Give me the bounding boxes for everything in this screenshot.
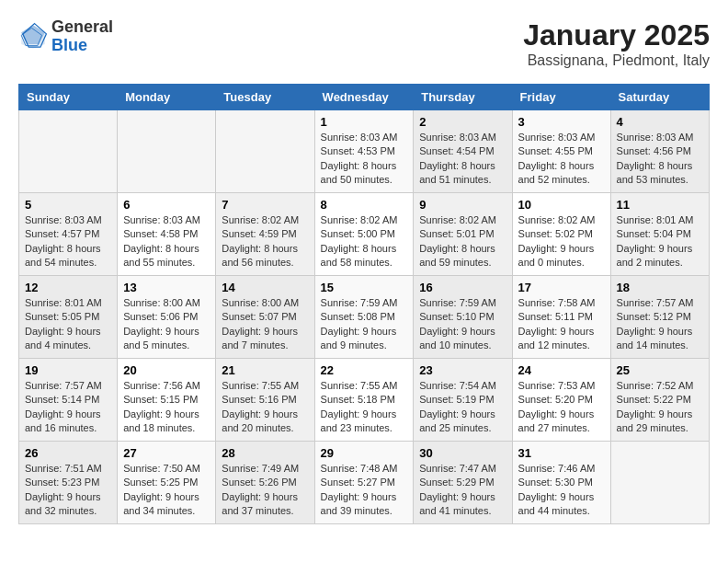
title-block: January 2025 Bassignana, Piedmont, Italy [523,18,710,69]
day-info: Sunrise: 7:55 AM Sunset: 5:18 PM Dayligh… [321,379,408,436]
day-info: Sunrise: 8:03 AM Sunset: 4:54 PM Dayligh… [419,131,506,188]
day-number: 27 [123,446,210,460]
calendar-cell: 29Sunrise: 7:48 AM Sunset: 5:27 PM Dayli… [314,442,414,524]
day-number: 16 [419,281,506,294]
calendar-cell [118,110,216,193]
day-number: 17 [518,281,605,294]
day-info: Sunrise: 8:03 AM Sunset: 4:57 PM Dayligh… [25,213,111,270]
day-number: 22 [321,363,408,377]
day-info: Sunrise: 8:00 AM Sunset: 5:07 PM Dayligh… [222,296,308,353]
day-number: 29 [321,446,408,460]
month-year: January 2025 [523,18,710,52]
day-info: Sunrise: 7:55 AM Sunset: 5:16 PM Dayligh… [222,379,308,436]
day-header-wednesday: Wednesday [314,85,414,110]
calendar-cell: 5Sunrise: 8:03 AM Sunset: 4:57 PM Daylig… [19,193,118,276]
day-header-sunday: Sunday [19,85,118,110]
day-number: 10 [518,198,605,212]
calendar: SundayMondayTuesdayWednesdayThursdayFrid… [18,84,710,524]
day-number: 28 [222,446,308,460]
calendar-cell: 30Sunrise: 7:47 AM Sunset: 5:29 PM Dayli… [414,442,512,524]
day-info: Sunrise: 7:56 AM Sunset: 5:15 PM Dayligh… [123,379,210,436]
calendar-cell: 12Sunrise: 8:01 AM Sunset: 5:05 PM Dayli… [19,276,118,359]
header-row: SundayMondayTuesdayWednesdayThursdayFrid… [19,85,710,110]
day-number: 24 [518,363,605,377]
day-info: Sunrise: 7:49 AM Sunset: 5:26 PM Dayligh… [222,462,308,519]
day-number: 25 [617,363,703,377]
calendar-cell [216,110,314,193]
week-row: 12Sunrise: 8:01 AM Sunset: 5:05 PM Dayli… [19,276,710,359]
day-info: Sunrise: 7:46 AM Sunset: 5:30 PM Dayligh… [518,462,605,519]
day-info: Sunrise: 7:57 AM Sunset: 5:12 PM Dayligh… [617,296,703,353]
week-row: 1Sunrise: 8:03 AM Sunset: 4:53 PM Daylig… [19,110,710,193]
day-info: Sunrise: 8:02 AM Sunset: 5:01 PM Dayligh… [419,213,506,270]
day-number: 20 [123,363,210,377]
calendar-cell: 15Sunrise: 7:59 AM Sunset: 5:08 PM Dayli… [314,276,414,359]
calendar-cell: 11Sunrise: 8:01 AM Sunset: 5:04 PM Dayli… [610,193,709,276]
day-number: 14 [222,281,308,294]
day-info: Sunrise: 7:59 AM Sunset: 5:10 PM Dayligh… [419,296,506,353]
calendar-cell [19,110,118,193]
day-number: 31 [518,446,605,460]
calendar-cell: 17Sunrise: 7:58 AM Sunset: 5:11 PM Dayli… [512,276,610,359]
day-info: Sunrise: 8:03 AM Sunset: 4:58 PM Dayligh… [123,213,210,270]
day-info: Sunrise: 7:52 AM Sunset: 5:22 PM Dayligh… [617,379,703,436]
day-number: 18 [617,281,703,294]
day-number: 26 [25,446,111,460]
day-info: Sunrise: 7:59 AM Sunset: 5:08 PM Dayligh… [321,296,408,353]
calendar-cell: 25Sunrise: 7:52 AM Sunset: 5:22 PM Dayli… [610,359,709,442]
calendar-cell: 31Sunrise: 7:46 AM Sunset: 5:30 PM Dayli… [512,442,610,524]
day-header-thursday: Thursday [414,85,512,110]
day-info: Sunrise: 7:58 AM Sunset: 5:11 PM Dayligh… [518,296,605,353]
calendar-cell: 28Sunrise: 7:49 AM Sunset: 5:26 PM Dayli… [216,442,314,524]
logo-blue: Blue [51,36,87,54]
calendar-cell: 9Sunrise: 8:02 AM Sunset: 5:01 PM Daylig… [414,193,512,276]
day-header-monday: Monday [118,85,216,110]
day-number: 13 [123,281,210,294]
calendar-cell: 13Sunrise: 8:00 AM Sunset: 5:06 PM Dayli… [118,276,216,359]
calendar-cell: 18Sunrise: 7:57 AM Sunset: 5:12 PM Dayli… [610,276,709,359]
calendar-cell: 6Sunrise: 8:03 AM Sunset: 4:58 PM Daylig… [118,193,216,276]
day-number: 23 [419,363,506,377]
day-info: Sunrise: 8:03 AM Sunset: 4:56 PM Dayligh… [617,131,703,188]
day-info: Sunrise: 7:53 AM Sunset: 5:20 PM Dayligh… [518,379,605,436]
day-info: Sunrise: 8:03 AM Sunset: 4:55 PM Dayligh… [518,131,605,188]
calendar-cell: 19Sunrise: 7:57 AM Sunset: 5:14 PM Dayli… [19,359,118,442]
calendar-cell: 7Sunrise: 8:02 AM Sunset: 4:59 PM Daylig… [216,193,314,276]
calendar-body: 1Sunrise: 8:03 AM Sunset: 4:53 PM Daylig… [19,110,710,524]
logo-general: General [51,17,113,36]
calendar-cell: 8Sunrise: 8:02 AM Sunset: 5:00 PM Daylig… [314,193,414,276]
day-number: 7 [222,198,308,212]
calendar-cell: 16Sunrise: 7:59 AM Sunset: 5:10 PM Dayli… [414,276,512,359]
day-info: Sunrise: 8:01 AM Sunset: 5:04 PM Dayligh… [617,213,703,270]
day-number: 15 [321,281,408,294]
logo: General Blue [18,18,113,55]
week-row: 26Sunrise: 7:51 AM Sunset: 5:23 PM Dayli… [19,442,710,524]
calendar-cell [610,442,709,524]
location: Bassignana, Piedmont, Italy [523,52,710,69]
day-number: 12 [25,281,111,294]
calendar-cell: 26Sunrise: 7:51 AM Sunset: 5:23 PM Dayli… [19,442,118,524]
day-info: Sunrise: 8:01 AM Sunset: 5:05 PM Dayligh… [25,296,111,353]
calendar-header: SundayMondayTuesdayWednesdayThursdayFrid… [19,85,710,110]
day-header-friday: Friday [512,85,610,110]
day-number: 2 [419,115,506,129]
day-info: Sunrise: 7:48 AM Sunset: 5:27 PM Dayligh… [321,462,408,519]
logo-text: General Blue [51,18,113,55]
calendar-cell: 3Sunrise: 8:03 AM Sunset: 4:55 PM Daylig… [512,110,610,193]
day-number: 8 [321,198,408,212]
logo-icon [18,22,48,52]
day-number: 6 [123,198,210,212]
day-info: Sunrise: 7:54 AM Sunset: 5:19 PM Dayligh… [419,379,506,436]
calendar-cell: 14Sunrise: 8:00 AM Sunset: 5:07 PM Dayli… [216,276,314,359]
day-number: 5 [25,198,111,212]
day-info: Sunrise: 8:00 AM Sunset: 5:06 PM Dayligh… [123,296,210,353]
day-info: Sunrise: 8:02 AM Sunset: 5:00 PM Dayligh… [321,213,408,270]
day-number: 30 [419,446,506,460]
day-info: Sunrise: 8:02 AM Sunset: 4:59 PM Dayligh… [222,213,308,270]
calendar-cell: 21Sunrise: 7:55 AM Sunset: 5:16 PM Dayli… [216,359,314,442]
day-number: 21 [222,363,308,377]
calendar-cell: 1Sunrise: 8:03 AM Sunset: 4:53 PM Daylig… [314,110,414,193]
day-header-saturday: Saturday [610,85,709,110]
calendar-cell: 4Sunrise: 8:03 AM Sunset: 4:56 PM Daylig… [610,110,709,193]
day-info: Sunrise: 8:02 AM Sunset: 5:02 PM Dayligh… [518,213,605,270]
